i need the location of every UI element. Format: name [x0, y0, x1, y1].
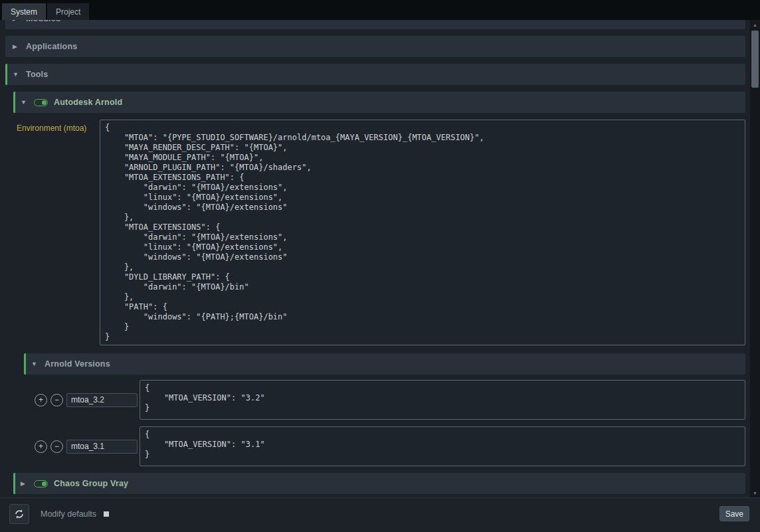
section-header-tools[interactable]: ▼ Tools — [5, 64, 745, 85]
tools-section-content: ▼ Autodesk Arnold Environment (mtoa) { "… — [13, 92, 745, 494]
save-button[interactable]: Save — [719, 506, 749, 521]
remove-version-button[interactable]: − — [50, 394, 63, 406]
settings-window: System Project ▶ Modules ▶ Applications … — [0, 0, 760, 532]
environment-json-textarea[interactable]: { "MTOA": "{PYPE_STUDIO_SOFTWARE}/arnold… — [100, 120, 745, 345]
version-row-controls: + − — [24, 440, 138, 454]
main-tab-bar: System Project — [0, 0, 760, 20]
scroll-up-button[interactable]: ▲ — [750, 20, 760, 29]
environment-label: Environment (mtoa) — [17, 120, 100, 345]
version-name-input[interactable] — [66, 393, 138, 407]
refresh-button[interactable] — [9, 504, 29, 524]
expanded-arrow-icon: ▼ — [31, 361, 39, 367]
version-row-controls: + − — [24, 393, 138, 407]
subsection-header-arnold-versions[interactable]: ▼ Arnold Versions — [24, 353, 745, 375]
group-title-chaos-group-vray: Chaos Group Vray — [54, 479, 128, 488]
settings-content: ▶ Modules ▶ Applications ▼ Tools ▼ Autod… — [5, 20, 745, 497]
scroll-down-button[interactable]: ▼ — [750, 488, 760, 497]
arnold-versions-block: ▼ Arnold Versions + − { "MTOA_VERSION": … — [24, 353, 745, 466]
section-title-applications: Applications — [26, 42, 77, 51]
settings-scroll-area: ▶ Modules ▶ Applications ▼ Tools ▼ Autod… — [0, 20, 760, 497]
group-header-autodesk-arnold[interactable]: ▼ Autodesk Arnold — [13, 92, 745, 113]
enabled-toggle-icon[interactable] — [34, 480, 48, 488]
tab-system[interactable]: System — [2, 3, 46, 20]
toggle-knob — [42, 100, 47, 105]
section-header-applications[interactable]: ▶ Applications — [5, 36, 745, 57]
collapsed-arrow-icon: ▶ — [21, 480, 28, 487]
collapsed-arrow-icon: ▶ — [13, 20, 20, 22]
toggle-knob — [42, 482, 47, 486]
vertical-scrollbar[interactable]: ▲ ▼ — [750, 20, 760, 497]
expanded-arrow-icon: ▼ — [13, 71, 20, 78]
subsection-title-arnold-versions: Arnold Versions — [45, 359, 110, 369]
add-version-button[interactable]: + — [35, 394, 47, 406]
footer-bar: Modify defaults Save — [0, 497, 760, 532]
enabled-toggle-icon[interactable] — [34, 99, 48, 106]
scrollbar-thumb[interactable] — [751, 31, 759, 88]
remove-version-button[interactable]: − — [50, 440, 63, 453]
tab-project[interactable]: Project — [47, 3, 89, 20]
section-header-modules[interactable]: ▶ Modules — [5, 20, 745, 29]
section-title-tools: Tools — [26, 70, 48, 79]
version-row: + − { "MTOA_VERSION": "3.1" } — [24, 426, 745, 466]
collapsed-arrow-icon: ▶ — [13, 43, 20, 50]
version-value-textarea[interactable]: { "MTOA_VERSION": "3.1" } — [140, 426, 745, 466]
modify-defaults-label: Modify defaults — [41, 509, 96, 519]
version-row: + − { "MTOA_VERSION": "3.2" } — [24, 380, 745, 420]
modify-defaults-checkbox[interactable] — [104, 511, 109, 517]
group-title-autodesk-arnold: Autodesk Arnold — [54, 98, 122, 107]
group-header-chaos-group-vray[interactable]: ▶ Chaos Group Vray — [13, 473, 745, 494]
version-name-input[interactable] — [66, 440, 138, 454]
version-value-textarea[interactable]: { "MTOA_VERSION": "3.2" } — [140, 380, 745, 420]
refresh-icon — [14, 509, 25, 519]
environment-row: Environment (mtoa) { "MTOA": "{PYPE_STUD… — [17, 120, 745, 345]
expanded-arrow-icon: ▼ — [21, 99, 28, 106]
section-title-modules: Modules — [26, 20, 60, 23]
add-version-button[interactable]: + — [35, 440, 47, 453]
